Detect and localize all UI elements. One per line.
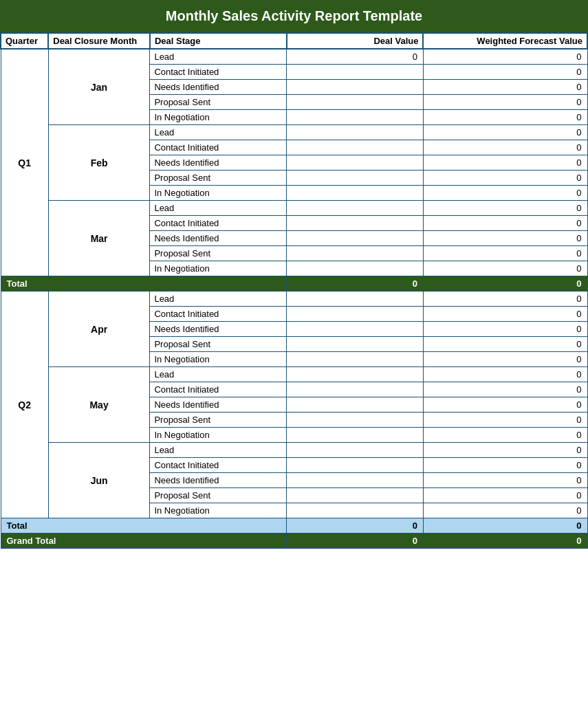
weighted-value-cell: 0: [423, 503, 587, 518]
total-value: 0: [287, 518, 424, 534]
stage-cell: Contact Initiated: [150, 458, 287, 473]
stage-cell: In Negotiation: [150, 261, 287, 276]
weighted-value-cell: 0: [423, 473, 587, 488]
deal-value-cell: [287, 307, 424, 322]
weighted-value-cell: 0: [423, 292, 587, 307]
grand-total-weighted: 0: [423, 534, 587, 549]
stage-cell: Contact Initiated: [150, 65, 287, 80]
weighted-value-cell: 0: [423, 231, 587, 246]
month-cell: Jan: [48, 49, 150, 125]
weighted-value-cell: 0: [423, 261, 587, 276]
deal-value-cell: [287, 397, 424, 413]
stage-cell: Lead: [150, 201, 287, 216]
deal-value-cell: [287, 413, 424, 428]
header-value: Deal Value: [287, 33, 424, 49]
header-weighted: Weighted Forecast Value: [423, 33, 587, 49]
stage-cell: Lead: [150, 49, 287, 65]
weighted-value-cell: 0: [423, 367, 587, 382]
header-month: Deal Closure Month: [48, 33, 150, 49]
table-row: FebLead0: [1, 125, 587, 140]
report-table: Quarter Deal Closure Month Deal Stage De…: [0, 32, 588, 549]
deal-value-cell: [287, 80, 424, 95]
month-cell: Jun: [48, 443, 150, 518]
deal-value-cell: [287, 473, 424, 488]
grand-total-value: 0: [287, 534, 424, 549]
deal-value-cell: [287, 155, 424, 171]
deal-value-cell: [287, 337, 424, 352]
deal-value-cell: [287, 246, 424, 261]
grand-total-label: Grand Total: [1, 534, 287, 549]
deal-value-cell: [287, 382, 424, 397]
weighted-value-cell: 0: [423, 443, 587, 458]
weighted-value-cell: 0: [423, 140, 587, 155]
deal-value-cell: [287, 443, 424, 458]
table-row: MarLead0: [1, 201, 587, 216]
deal-value-cell: [287, 261, 424, 276]
quarter-cell: Q2: [1, 292, 48, 518]
deal-value-cell: [287, 171, 424, 186]
weighted-value-cell: 0: [423, 413, 587, 428]
total-label: Total: [1, 276, 287, 292]
weighted-value-cell: 0: [423, 488, 587, 503]
deal-value-cell: [287, 95, 424, 110]
stage-cell: Lead: [150, 443, 287, 458]
stage-cell: Proposal Sent: [150, 171, 287, 186]
stage-cell: Needs Identified: [150, 397, 287, 413]
month-cell: May: [48, 367, 150, 443]
deal-value-cell: [287, 458, 424, 473]
weighted-value-cell: 0: [423, 216, 587, 231]
stage-cell: Lead: [150, 292, 287, 307]
deal-value-cell: [287, 322, 424, 337]
stage-cell: Proposal Sent: [150, 413, 287, 428]
stage-cell: Proposal Sent: [150, 488, 287, 503]
deal-value-cell: [287, 503, 424, 518]
header-stage: Deal Stage: [150, 33, 287, 49]
grand-total-row: Grand Total00: [1, 534, 587, 549]
total-weighted: 0: [423, 276, 587, 292]
table-row: MayLead0: [1, 367, 587, 382]
month-cell: Feb: [48, 125, 150, 201]
table-row: JunLead0: [1, 443, 587, 458]
deal-value-cell: [287, 201, 424, 216]
deal-value-cell: [287, 367, 424, 382]
total-row: Total00: [1, 518, 587, 534]
stage-cell: Contact Initiated: [150, 140, 287, 155]
weighted-value-cell: 0: [423, 428, 587, 443]
stage-cell: Proposal Sent: [150, 95, 287, 110]
month-cell: Apr: [48, 292, 150, 367]
deal-value-cell: [287, 352, 424, 367]
deal-value-cell: [287, 488, 424, 503]
weighted-value-cell: 0: [423, 125, 587, 140]
page-title: Monthly Sales Activity Report Template: [166, 8, 422, 23]
stage-cell: Needs Identified: [150, 155, 287, 171]
stage-cell: In Negotiation: [150, 352, 287, 367]
stage-cell: Proposal Sent: [150, 337, 287, 352]
weighted-value-cell: 0: [423, 307, 587, 322]
stage-cell: Contact Initiated: [150, 382, 287, 397]
stage-cell: Needs Identified: [150, 231, 287, 246]
stage-cell: Needs Identified: [150, 80, 287, 95]
stage-cell: Contact Initiated: [150, 216, 287, 231]
weighted-value-cell: 0: [423, 171, 587, 186]
deal-value-cell: [287, 216, 424, 231]
stage-cell: Needs Identified: [150, 322, 287, 337]
stage-cell: Lead: [150, 367, 287, 382]
month-cell: Mar: [48, 201, 150, 276]
stage-cell: Needs Identified: [150, 473, 287, 488]
deal-value-cell: [287, 65, 424, 80]
weighted-value-cell: 0: [423, 201, 587, 216]
deal-value-cell: [287, 428, 424, 443]
total-row: Total00: [1, 276, 587, 292]
table-row: Q2AprLead0: [1, 292, 587, 307]
weighted-value-cell: 0: [423, 155, 587, 171]
weighted-value-cell: 0: [423, 65, 587, 80]
weighted-value-cell: 0: [423, 337, 587, 352]
stage-cell: In Negotiation: [150, 186, 287, 201]
stage-cell: Lead: [150, 125, 287, 140]
deal-value-cell: [287, 140, 424, 155]
weighted-value-cell: 0: [423, 186, 587, 201]
weighted-value-cell: 0: [423, 110, 587, 125]
header-quarter: Quarter: [1, 33, 48, 49]
deal-value-cell: [287, 292, 424, 307]
quarter-cell: Q1: [1, 49, 48, 276]
